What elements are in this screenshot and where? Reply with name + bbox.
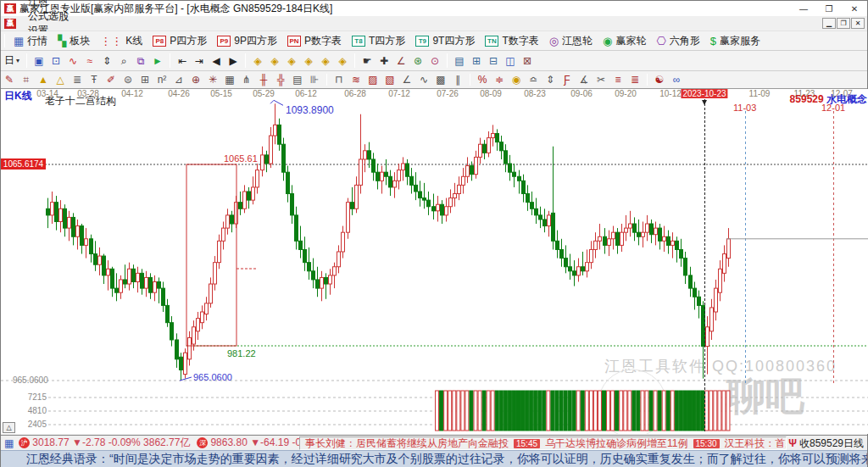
fibonacci-icon[interactable]: Ƒ (559, 72, 575, 87)
sectors-button[interactable]: ▚板块 (53, 31, 95, 50)
news-ticker[interactable]: 事长刘健：居民储蓄将继续从房地产向金融投15:45乌干达埃博拉确诊病例增至11例… (299, 436, 787, 450)
memo-icon[interactable]: ⊟ (486, 53, 501, 69)
9t-square-button[interactable]: T99T四方形 (410, 31, 480, 50)
calculator-icon[interactable]: ⊞ (469, 53, 484, 69)
candlestick-plot[interactable] (1, 89, 868, 434)
period-selector[interactable]: 日▾ (1, 53, 23, 68)
golden-circle-icon[interactable]: ◉ (509, 72, 524, 87)
menu-公式选股[interactable]: 公式选股 (21, 9, 75, 24)
gann-angle-icon[interactable]: ∡ (576, 72, 592, 87)
overlay-icon[interactable]: ⧉ (133, 53, 148, 69)
prev-bar-icon[interactable]: ◀ (209, 53, 224, 69)
mini-kline-icon[interactable]: ∿ (65, 53, 81, 69)
circle-line-icon[interactable]: ⊜ (120, 72, 136, 87)
box-table-icon[interactable]: ▤ (290, 72, 305, 87)
gann-wheel-button[interactable]: ◎江恩轮 (544, 31, 598, 50)
angle-line-icon[interactable]: ∠ (399, 72, 415, 87)
t-square-button[interactable]: T8T四方形 (347, 31, 410, 50)
t-number-table-button[interactable]: TNT数字表 (480, 31, 543, 50)
pane-toggle-button[interactable]: △ (3, 422, 15, 433)
volume-tick-label: 2405 (25, 420, 47, 429)
ticker-news-text: 乌干达埃博拉确诊病例增至11例 (545, 436, 687, 450)
market-grid-icon[interactable]: ▦ (4, 437, 14, 449)
ribbon-tool-icon[interactable]: ⊛ (410, 53, 426, 69)
square-chart-icon[interactable]: ▦ (222, 72, 237, 87)
winner-service-button[interactable]: $赢家服务 (705, 31, 765, 50)
expand-range-icon[interactable]: ⇕ (542, 72, 558, 87)
angle-tool-icon[interactable]: ∠ (393, 53, 409, 69)
diamond-nav-3-icon[interactable]: ◈ (284, 53, 299, 69)
vertical-scale-icon[interactable]: ⇕ (99, 53, 114, 69)
cycle-tool-icon[interactable]: ⊙ (427, 53, 442, 69)
channel-icon[interactable]: ╫ (256, 72, 271, 87)
save-icon[interactable]: ◫ (503, 53, 518, 69)
gann-grid-icon[interactable]: ⌗ (19, 72, 34, 87)
percent-line-icon[interactable]: % (475, 72, 490, 87)
draw-pen-icon[interactable]: ✐ (103, 72, 119, 87)
hand-tool-icon[interactable]: ☛ (359, 53, 375, 69)
close-button[interactable]: ✕ (842, 1, 867, 16)
diamond-nav-4-icon[interactable]: ◈ (301, 53, 316, 69)
sine-cycle-icon[interactable]: ∿ (416, 72, 431, 87)
pyramid-hollow-icon[interactable]: △ (53, 72, 68, 87)
maximize-button[interactable]: ❐ (816, 1, 842, 16)
price-steps-icon[interactable]: ≣ (70, 72, 85, 87)
time-ruler-icon[interactable]: Ŧ (86, 72, 102, 87)
top-structure-icon[interactable]: ⊓ (331, 72, 347, 87)
menu-江恩[interactable]: 江恩 (21, 0, 75, 9)
taiji-icon[interactable]: ☯ (652, 72, 667, 87)
parallel-lines-icon[interactable]: ∥ (450, 72, 465, 87)
kline-chart-area[interactable]: 江恩工具软件 QQ:100800360 聊吧 03-1403-2804-1204… (1, 89, 868, 434)
hexagon-button[interactable]: ⎔六角形 (651, 31, 704, 50)
mdi-restore-button[interactable]: ❐ (837, 18, 850, 29)
flag-marker-icon[interactable]: ► (150, 53, 165, 69)
infinity-icon[interactable]: ∞ (669, 72, 684, 87)
chart-window-icon[interactable]: ▣ (31, 53, 47, 69)
diamond-nav-6-icon[interactable]: ◈ (335, 53, 350, 69)
mdi-close-button[interactable]: ✕ (851, 18, 865, 29)
channel-2-icon[interactable]: ╬ (273, 72, 288, 87)
crosshair-tool-icon[interactable]: ✚ (376, 53, 392, 69)
last-bar-icon[interactable]: ⇥ (192, 53, 207, 69)
calendar-icon[interactable]: ▤ (452, 53, 467, 69)
square-of-nine-icon[interactable]: n² (154, 72, 170, 87)
shade-box-2-icon[interactable]: ▧ (382, 72, 398, 87)
zoom-select-icon[interactable]: ⌕ (116, 53, 131, 69)
bars-tool-icon[interactable]: ⊪ (307, 72, 322, 87)
pitchfork-icon[interactable]: ⋔ (239, 72, 254, 87)
shade-box-icon[interactable]: ▨ (365, 72, 381, 87)
p-square-icon: P8 (153, 36, 166, 47)
p-square-button[interactable]: P8P四方形 (147, 31, 212, 50)
mdi-minimize-button[interactable]: ▁ (822, 18, 836, 29)
info-panel-icon[interactable]: ⊡ (48, 53, 64, 69)
kline-button[interactable]: ⋮⋮K线 (95, 31, 147, 50)
draw-line-icon[interactable]: ✎ (2, 72, 17, 87)
hatch-lines-icon[interactable]: ≡ (610, 72, 626, 87)
pyramid-gold-icon[interactable]: ▲ (36, 72, 51, 87)
star-cycle-icon[interactable]: ✳ (205, 72, 220, 87)
data-transfer-icon[interactable]: ⊠ (520, 53, 535, 69)
wave-lines-icon[interactable]: ≋ (348, 72, 364, 87)
p-number-table-button[interactable]: PNP数字表 (282, 31, 347, 50)
9p-square-button[interactable]: P99P四方形 (212, 31, 282, 50)
box-bottom-price-label: 981.22 (227, 348, 256, 359)
first-bar-icon[interactable]: ⇤ (175, 53, 190, 69)
ratio-line-icon[interactable]: ≑ (492, 72, 507, 87)
band-line-icon[interactable]: ≏ (526, 72, 541, 87)
quotes-button[interactable]: ▦行情 (8, 31, 53, 50)
diamond-nav-1-icon[interactable]: ◈ (250, 53, 265, 69)
grid-box-icon[interactable]: ⊞ (137, 72, 153, 87)
clip-tool-icon[interactable]: ✂ (593, 72, 609, 87)
diamond-nav-2-icon[interactable]: ◈ (267, 53, 282, 69)
gann-circle-icon[interactable]: ⊕ (188, 72, 203, 87)
mini-trend-icon[interactable]: ≈ (82, 53, 97, 69)
winner-wheel-button[interactable]: ◉赢家轮 (598, 31, 651, 50)
diamond-nav-5-icon[interactable]: ◈ (318, 53, 333, 69)
p-number-table-icon: PN (287, 36, 301, 47)
matrix-icon[interactable]: ▩ (433, 72, 448, 87)
triangle-measure-icon[interactable]: ⊿ (171, 72, 186, 87)
symbol-code: 859529 (790, 93, 824, 105)
minimize-button[interactable]: — (791, 1, 816, 16)
next-bar-icon[interactable]: ▶ (225, 53, 241, 69)
hatch-lines-2-icon[interactable]: ≣ (627, 72, 643, 87)
